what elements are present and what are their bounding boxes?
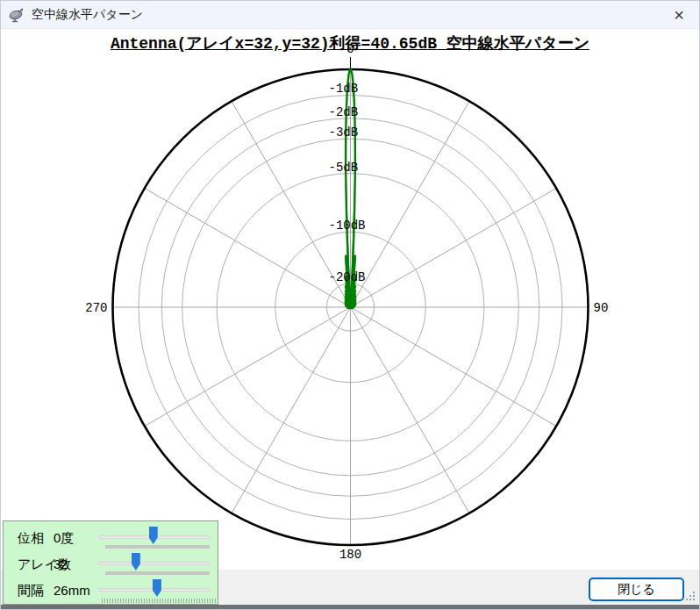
ring-label: -3dB [329,126,359,140]
angle-label: 90 [594,301,609,315]
antenna-app-icon [8,6,25,24]
array-count-slider-thumb[interactable] [132,553,140,571]
phase-slider-thumb[interactable] [149,527,158,544]
spacing-slider-thumb[interactable] [153,579,161,597]
angle-label: 180 [339,548,361,562]
ring-label: -10dB [329,219,366,233]
spacing-row: 間隔 26mm [4,578,218,604]
spacing-slider[interactable] [98,578,211,604]
angle-label: 0 [346,42,354,56]
ring-label: -1dB [329,82,359,96]
array-count-row: アレイ数 32 [4,551,218,578]
ring-label: -2dB [329,105,359,119]
resize-grip[interactable] [684,590,696,602]
spacing-value: 26mm [54,578,90,604]
close-dialog-button[interactable]: 閉じる [589,578,684,601]
ring-label: -5dB [329,161,359,175]
titlebar-close-button[interactable]: × [659,1,699,29]
angle-label: 270 [85,301,107,315]
polar-pattern-chart: -1dB-2dB-3dB-5dB-10dB-20dB090180270 [1,29,700,570]
slider-track [98,562,211,565]
chart-area: Antenna(アレイx=32,y=32)利得=40.65dB 空中線水平パター… [1,29,699,570]
dialog-window: 空中線水平パターン × Antenna(アレイx=32,y=32)利得=40.6… [0,0,700,610]
close-icon: × [674,5,684,25]
slider-ticks [102,599,219,603]
spacing-label: 間隔 [18,578,44,604]
array-count-slider[interactable] [98,551,211,578]
phase-label: 位相 [18,525,44,551]
window-bottom-edge [1,605,699,610]
phase-value: 0度 [54,525,74,551]
phase-slider[interactable] [98,525,211,551]
slider-ticks [105,571,210,575]
control-panel: 位相 0度 アレイ数 32 間隔 26mm [3,520,218,605]
array-count-value: 32 [54,551,68,578]
phase-row: 位相 0度 [4,525,218,551]
titlebar: 空中線水平パターン × [1,1,699,29]
slider-ticks [105,545,210,549]
ring-label: -20dB [329,270,366,284]
window-title: 空中線水平パターン [32,7,143,23]
